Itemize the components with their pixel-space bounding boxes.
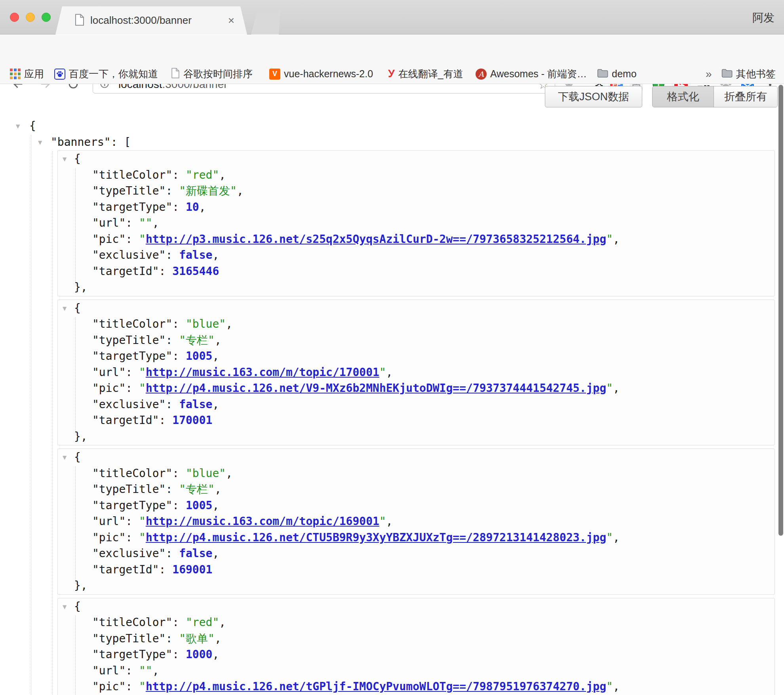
json-property-targetId: "targetId": 3165446 bbox=[58, 263, 774, 280]
window-close-button[interactable] bbox=[10, 13, 19, 22]
bookmark-baidu[interactable]: 百度一下，你就知道 bbox=[54, 64, 158, 84]
json-viewer: ▼ { ▼"banners": [ ▼{"titleColor": "red",… bbox=[0, 118, 775, 695]
browser-toolbar: localhost:3000/banner ☆ 英 FE T ▶▶ bbox=[0, 35, 784, 64]
json-property-url: "url": "http://music.163.com/m/topic/169… bbox=[58, 514, 774, 530]
collapse-triangle-icon[interactable]: ▼ bbox=[63, 449, 67, 466]
banner-object-2: ▼{"titleColor": "blue","typeTitle": "专栏"… bbox=[57, 300, 775, 446]
collapse-triangle-icon[interactable]: ▼ bbox=[63, 599, 67, 615]
collapse-triangle-icon[interactable]: ▼ bbox=[63, 300, 67, 317]
json-url-link[interactable]: http://p4.music.126.net/tGPljf-IMOCyPvum… bbox=[146, 680, 606, 693]
json-root-line: ▼ { bbox=[0, 118, 775, 134]
json-property-titleColor: "titleColor": "red", bbox=[58, 167, 774, 183]
vue-bookmark-icon: V bbox=[269, 69, 280, 80]
apps-grid-icon bbox=[10, 69, 21, 79]
json-property-targetType: "targetType": 10, bbox=[58, 199, 774, 216]
json-url-link[interactable]: http://p3.music.126.net/s25q2x5QyqsAzilC… bbox=[146, 233, 606, 246]
window-minimize-button[interactable] bbox=[26, 13, 35, 22]
json-property-pic: "pic": "http://p4.music.126.net/CTU5B9R9… bbox=[58, 530, 774, 546]
folder-icon bbox=[597, 69, 608, 79]
format-button[interactable]: 格式化 bbox=[653, 86, 714, 107]
folder-icon bbox=[721, 69, 733, 79]
json-property-exclusive: "exclusive": false, bbox=[58, 546, 774, 562]
collapse-triangle-icon[interactable]: ▼ bbox=[63, 151, 67, 167]
json-property-targetId: "targetId": 170001 bbox=[58, 412, 774, 429]
json-property-titleColor: "titleColor": "red", bbox=[58, 615, 774, 631]
json-property-typeTitle: "typeTitle": "专栏", bbox=[58, 481, 774, 498]
tab-strip: localhost:3000/banner × 阿发 bbox=[0, 0, 784, 34]
object-close-line: }, bbox=[58, 429, 774, 445]
object-close-line: }, bbox=[58, 578, 774, 594]
object-open-line: ▼{ bbox=[58, 300, 774, 317]
object-open-line: ▼{ bbox=[58, 599, 774, 615]
bookmark-awesomes[interactable]: A Awesomes - 前端资… bbox=[476, 64, 587, 84]
new-tab-button[interactable] bbox=[251, 10, 280, 34]
json-property-url: "url": "http://music.163.com/m/topic/170… bbox=[58, 365, 774, 381]
window-maximize-button[interactable] bbox=[42, 13, 51, 22]
bookmarks-bar: 应用 百度一下，你就知道 谷歌按时间排序 V vue-hackernews-2.… bbox=[0, 64, 784, 84]
json-property-url: "url": "", bbox=[58, 215, 774, 231]
json-property-exclusive: "exclusive": false, bbox=[58, 397, 774, 413]
object-open-line: ▼{ bbox=[58, 449, 774, 466]
bookmark-demo-folder[interactable]: demo bbox=[597, 64, 637, 84]
json-property-typeTitle: "typeTitle": "新碟首发", bbox=[58, 183, 774, 199]
json-property-targetType: "targetType": 1005, bbox=[58, 348, 774, 365]
browser-window: { "browser": { "profile_name": "阿发", "wi… bbox=[0, 0, 784, 695]
bookmark-vue-hackernews[interactable]: V vue-hackernews-2.0 bbox=[269, 64, 373, 84]
bookmark-google-sort[interactable]: 谷歌按时间排序 bbox=[171, 64, 253, 84]
json-url-link[interactable]: http://p4.music.126.net/CTU5B9R9y3XyYBZX… bbox=[146, 531, 606, 544]
other-bookmarks-folder[interactable]: 其他书签 bbox=[721, 64, 776, 84]
youdao-icon: У bbox=[388, 69, 395, 79]
json-property-pic: "pic": "http://p3.music.126.net/s25q2x5Q… bbox=[58, 231, 774, 248]
object-open-line: ▼{ bbox=[58, 151, 774, 167]
object-close-line: }, bbox=[58, 279, 774, 296]
json-property-targetId: "targetId": 169001 bbox=[58, 562, 774, 578]
browser-tab[interactable]: localhost:3000/banner × bbox=[55, 6, 247, 34]
vertical-scrollbar-thumb[interactable] bbox=[778, 85, 783, 536]
json-property-titleColor: "titleColor": "blue", bbox=[58, 316, 774, 332]
page-favicon bbox=[74, 14, 85, 27]
banner-object-3: ▼{"titleColor": "blue","typeTitle": "专栏"… bbox=[57, 449, 775, 595]
banner-object-4: ▼{"titleColor": "red","typeTitle": "歌单",… bbox=[57, 598, 775, 695]
json-property-typeTitle: "typeTitle": "专栏", bbox=[58, 332, 774, 349]
profile-name[interactable]: 阿发 bbox=[752, 10, 774, 25]
json-property-targetType: "targetType": 1000, bbox=[58, 647, 774, 663]
json-property-typeTitle: "typeTitle": "歌单", bbox=[58, 631, 774, 647]
json-url-link[interactable]: http://music.163.com/m/topic/170001 bbox=[146, 366, 379, 379]
banner-object-1: ▼{"titleColor": "red","typeTitle": "新碟首发… bbox=[57, 150, 775, 296]
bookmark-youdao-translate[interactable]: У 在线翻译_有道 bbox=[388, 64, 463, 84]
json-property-titleColor: "titleColor": "blue", bbox=[58, 466, 774, 482]
download-json-button[interactable]: 下载JSON数据 bbox=[545, 86, 642, 107]
tab-title: localhost:3000/banner bbox=[90, 14, 192, 27]
collapse-all-button[interactable]: 折叠所有 bbox=[714, 86, 777, 107]
collapse-triangle-icon[interactable]: ▼ bbox=[16, 118, 20, 134]
json-property-pic: "pic": "http://p4.music.126.net/tGPljf-I… bbox=[58, 679, 774, 695]
collapse-triangle-icon[interactable]: ▼ bbox=[38, 134, 42, 151]
tab-close-icon[interactable]: × bbox=[228, 14, 234, 27]
json-url-link[interactable]: http://p4.music.126.net/V9-MXz6b2MNhEKju… bbox=[146, 382, 606, 395]
json-property-pic: "pic": "http://p4.music.126.net/V9-MXz6b… bbox=[58, 380, 774, 397]
bookmark-apps[interactable]: 应用 bbox=[10, 64, 44, 84]
json-url-link[interactable]: http://music.163.com/m/topic/169001 bbox=[146, 515, 379, 528]
awesomes-icon: A bbox=[476, 69, 487, 80]
bookmarks-overflow-chevron[interactable]: » bbox=[706, 64, 712, 84]
json-property-exclusive: "exclusive": false, bbox=[58, 247, 774, 263]
baidu-paw-icon bbox=[54, 69, 65, 80]
json-property-targetType: "targetType": 1005, bbox=[58, 498, 774, 514]
format-collapse-button-group: 格式化 折叠所有 bbox=[652, 86, 778, 107]
json-property-url: "url": "", bbox=[58, 663, 774, 679]
page-icon bbox=[171, 68, 180, 80]
json-banners-line: ▼"banners": [ bbox=[0, 134, 775, 151]
